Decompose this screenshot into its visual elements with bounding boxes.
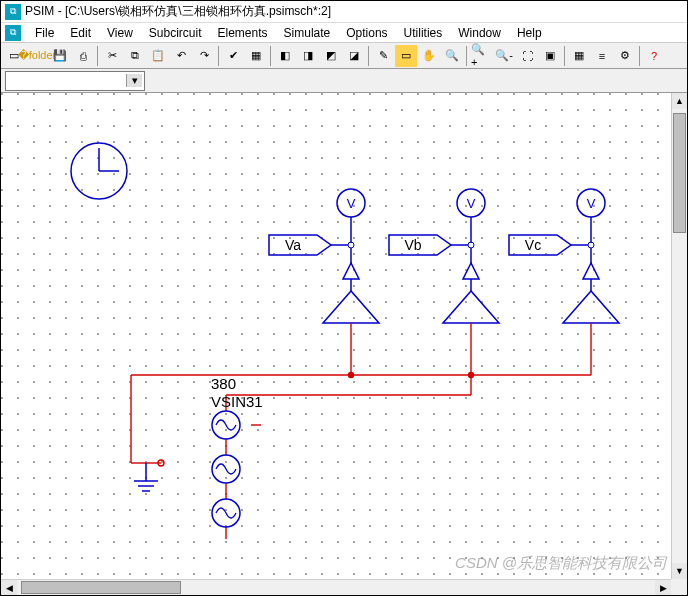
cut-icon[interactable]: ✂ <box>101 45 123 67</box>
combo-row: ▾ <box>1 69 687 93</box>
label-vb-text: Vb <box>404 237 421 253</box>
menu-window[interactable]: Window <box>450 26 509 40</box>
document-path: [C:\Users\锁相环仿真\三相锁相环仿真.psimsch*:2] <box>65 4 331 18</box>
scroll-right-icon[interactable]: ▶ <box>655 580 671 595</box>
copy-icon[interactable]: ⧉ <box>124 45 146 67</box>
menu-edit[interactable]: Edit <box>62 26 99 40</box>
zoom-icon[interactable]: 🔍 <box>441 45 463 67</box>
horizontal-scrollbar[interactable]: ◀ ▶ <box>1 579 671 595</box>
menu-subcircuit[interactable]: Subcircuit <box>141 26 210 40</box>
scroll-up-icon[interactable]: ▲ <box>672 93 687 109</box>
scroll-corner <box>671 579 687 595</box>
menu-simulate[interactable]: Simulate <box>276 26 339 40</box>
schematic-svg: V Va V Vb V <box>1 93 671 579</box>
vertical-scrollbar[interactable]: ▲ ▼ <box>671 93 687 579</box>
menu-elements[interactable]: Elements <box>210 26 276 40</box>
source-amplitude: 380 <box>211 375 236 392</box>
grid-icon[interactable]: ▦ <box>568 45 590 67</box>
title-bar: ⧉ PSIM - [C:\Users\锁相环仿真\三相锁相环仿真.psimsch… <box>1 1 687 23</box>
redo-icon[interactable]: ↷ <box>193 45 215 67</box>
menu-file[interactable]: File <box>27 26 62 40</box>
toolbar: ▭ �folder 💾 ⎙ ✂ ⧉ 📋 ↶ ↷ ✔ ▦ ◧ ◨ ◩ ◪ ✎ ▭ … <box>1 43 687 69</box>
zoom-in-icon[interactable]: 🔍+ <box>470 45 492 67</box>
schematic-canvas[interactable]: V Va V Vb V <box>1 93 671 579</box>
pan-icon[interactable]: ✋ <box>418 45 440 67</box>
svg-point-35 <box>349 373 354 378</box>
voltmeter-label: V <box>587 196 596 211</box>
undo-icon[interactable]: ↶ <box>170 45 192 67</box>
tool-1-icon[interactable]: ◧ <box>274 45 296 67</box>
window-title: PSIM - [C:\Users\锁相环仿真\三相锁相环仿真.psimsch*:… <box>25 3 331 20</box>
menu-options[interactable]: Options <box>338 26 395 40</box>
tool-4-icon[interactable]: ◪ <box>343 45 365 67</box>
menu-bar: ⧉ File Edit View Subcircuit Elements Sim… <box>1 23 687 43</box>
voltmeter-label: V <box>347 196 356 211</box>
svg-rect-1 <box>1 93 671 579</box>
chevron-down-icon[interactable]: ▾ <box>126 74 142 87</box>
app-name: PSIM <box>25 4 54 18</box>
scroll-left-icon[interactable]: ◀ <box>1 580 17 595</box>
voltmeter-label: V <box>467 196 476 211</box>
app-icon: ⧉ <box>5 4 21 20</box>
run-icon[interactable]: ✔ <box>222 45 244 67</box>
svg-point-36 <box>469 373 474 378</box>
align-icon[interactable]: ≡ <box>591 45 613 67</box>
help-toolbar-icon[interactable]: ? <box>643 45 665 67</box>
zoom-sel-icon[interactable]: ▣ <box>539 45 561 67</box>
scroll-thumb-v[interactable] <box>673 113 686 233</box>
element-combo[interactable]: ▾ <box>5 71 145 91</box>
paste-icon[interactable]: 📋 <box>147 45 169 67</box>
wire-icon[interactable]: ✎ <box>372 45 394 67</box>
save-icon[interactable]: 💾 <box>49 45 71 67</box>
label-icon[interactable]: ▭ <box>395 45 417 67</box>
scroll-thumb-h[interactable] <box>21 581 181 594</box>
open-icon[interactable]: �folder <box>26 45 48 67</box>
zoom-fit-icon[interactable]: ⛶ <box>516 45 538 67</box>
tool-2-icon[interactable]: ◨ <box>297 45 319 67</box>
tool-3-icon[interactable]: ◩ <box>320 45 342 67</box>
scroll-down-icon[interactable]: ▼ <box>672 563 687 579</box>
stop-icon[interactable]: ▦ <box>245 45 267 67</box>
menu-help[interactable]: Help <box>509 26 550 40</box>
print-icon[interactable]: ⎙ <box>72 45 94 67</box>
menu-utilities[interactable]: Utilities <box>396 26 451 40</box>
zoom-out-icon[interactable]: 🔍- <box>493 45 515 67</box>
label-va-text: Va <box>285 237 301 253</box>
label-vc-text: Vc <box>525 237 541 253</box>
menu-view[interactable]: View <box>99 26 141 40</box>
option-icon[interactable]: ⚙ <box>614 45 636 67</box>
source-name: VSIN31 <box>211 393 263 410</box>
doc-icon: ⧉ <box>5 25 21 41</box>
